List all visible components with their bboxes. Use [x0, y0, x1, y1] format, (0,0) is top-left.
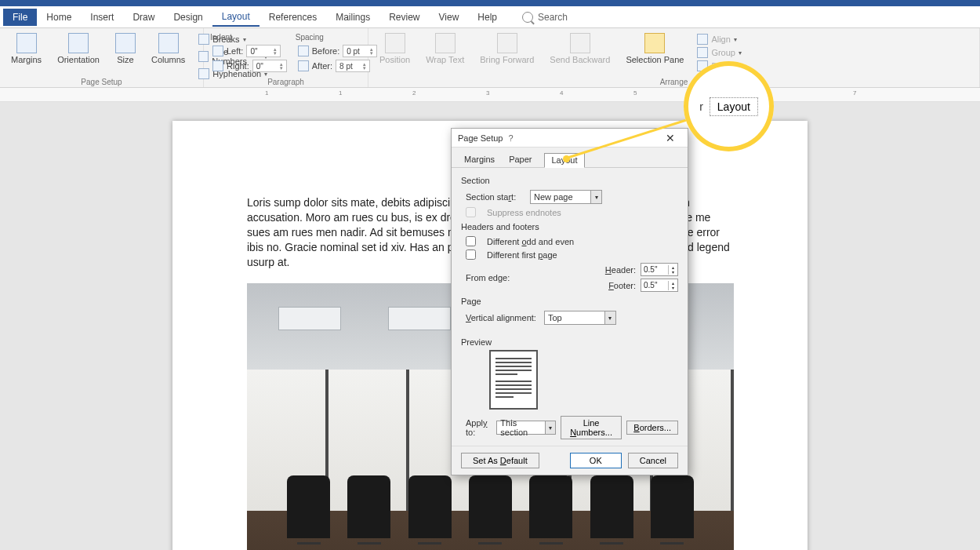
cancel-button[interactable]: Cancel [628, 453, 678, 468]
line-numbers-dialog-button[interactable]: Line Numbers... [561, 416, 622, 439]
footer-label: Footer: [608, 281, 636, 290]
section-start-value: New page [534, 192, 573, 202]
columns-icon [158, 33, 179, 53]
indent-left[interactable]: Left:0"▴▾ [210, 44, 289, 58]
spacing-after[interactable]: After:8 pt▴▾ [296, 59, 379, 73]
tab-mailings[interactable]: Mailings [326, 9, 379, 26]
position-button: Position [375, 31, 415, 66]
valign-combo[interactable]: Top▾ [544, 311, 616, 325]
spacing-before-icon [298, 46, 309, 56]
indent-left-icon [212, 46, 223, 56]
wrap-icon [435, 33, 456, 53]
callout-paper-hint: r [699, 100, 703, 113]
apply-to-combo[interactable]: This section▾ [496, 421, 555, 435]
indent-right[interactable]: Right:0"▴▾ [210, 59, 289, 73]
callout-anchor-dot [563, 155, 570, 162]
selection-pane-button[interactable]: Selection Pane [621, 31, 688, 66]
tab-paper[interactable]: Paper [507, 152, 533, 167]
tab-references[interactable]: References [260, 9, 326, 26]
tab-layout[interactable]: Layout [212, 8, 260, 27]
tab-margins[interactable]: Margins [463, 152, 496, 167]
selection-label: Selection Pane [626, 55, 684, 64]
tab-home[interactable]: Home [37, 9, 81, 26]
diff-odd-even-label: Different odd and even [487, 237, 574, 246]
tab-draw[interactable]: Draw [123, 9, 164, 26]
spacing-before[interactable]: Before:0 pt▴▾ [296, 44, 379, 58]
send-icon [570, 33, 590, 53]
headers-footers-heading: Headers and footers [461, 222, 678, 231]
section-start-combo[interactable]: New page▾ [530, 190, 602, 204]
spacing-label: Spacing [296, 33, 379, 42]
bring-icon [497, 33, 517, 53]
tab-file[interactable]: File [3, 9, 37, 26]
search-box[interactable]: Search [522, 12, 568, 23]
chevron-down-icon: ▾ [590, 191, 601, 203]
orientation-label: Orientation [57, 55, 100, 64]
menu-bar: File Home Insert Draw Design Layout Refe… [0, 6, 980, 28]
size-button[interactable]: Size [111, 31, 140, 66]
dialog-titlebar[interactable]: Page Setup ? ✕ [452, 129, 688, 148]
group-button: Group▾ [695, 46, 745, 59]
spacing-after-label: After: [312, 61, 332, 71]
group-paragraph-label: Paragraph [204, 78, 368, 86]
position-icon [385, 33, 405, 53]
bring-label: Bring Forward [480, 55, 534, 64]
group-label: Group [711, 48, 735, 57]
ok-button[interactable]: OK [570, 453, 622, 468]
borders-dialog-button[interactable]: Borders... [626, 421, 678, 435]
columns-button[interactable]: Columns [147, 31, 190, 66]
callout-layout-label: Layout [710, 97, 758, 116]
indent-label: Indent [210, 33, 289, 42]
horizontal-ruler[interactable]: 1 1 2 3 4 5 6 7 [0, 88, 980, 102]
position-label: Position [379, 55, 410, 64]
spacing-before-value[interactable]: 0 pt [347, 47, 360, 56]
footer-spinner[interactable]: 0.5"▴▾ [641, 279, 678, 292]
header-spinner[interactable]: 0.5"▴▾ [641, 263, 678, 276]
tab-help[interactable]: Help [468, 9, 506, 26]
tab-review[interactable]: Review [379, 9, 429, 26]
wrap-label: Wrap Text [426, 55, 464, 64]
page-setup-dialog: Page Setup ? ✕ Margins Paper Layout Sect… [451, 128, 688, 475]
columns-label: Columns [151, 55, 185, 64]
group-icon [697, 47, 708, 58]
align-icon [697, 34, 708, 45]
indent-right-value[interactable]: 0" [256, 62, 263, 71]
margins-icon [16, 33, 37, 53]
diff-first-page-label: Different first page [487, 250, 557, 260]
chevron-down-icon: ▾ [545, 421, 555, 434]
spacing-before-label: Before: [312, 46, 339, 56]
valign-label: Vertical alignment: [466, 313, 536, 322]
size-label: Size [117, 55, 133, 64]
header-label: Header: [605, 265, 636, 275]
from-edge-label: From edge: [466, 273, 522, 282]
preview-heading: Preview [461, 337, 678, 347]
section-start-label: Section start: [466, 192, 522, 202]
group-arrange-label: Arrange [368, 78, 979, 86]
diff-first-page-checkbox[interactable] [466, 250, 476, 260]
group-page-setup-label: Page Setup [0, 78, 203, 86]
indent-left-value[interactable]: 0" [250, 47, 257, 56]
section-heading: Section [461, 176, 678, 185]
selection-icon [644, 33, 665, 53]
apply-to-value: This section [500, 418, 542, 437]
tab-insert[interactable]: Insert [81, 9, 123, 26]
diff-odd-even-checkbox[interactable] [466, 236, 476, 246]
set-default-button[interactable]: Set As Default [461, 453, 539, 468]
size-icon [115, 33, 136, 53]
spacing-after-icon [298, 60, 309, 71]
tab-view[interactable]: View [430, 9, 469, 26]
align-label: Align [711, 35, 730, 44]
header-value: 0.5" [644, 265, 657, 274]
dialog-help-button[interactable]: ? [503, 133, 519, 143]
margins-button[interactable]: Margins [6, 31, 46, 66]
orientation-icon [68, 33, 89, 53]
send-backward-button: Send Backward [545, 31, 615, 66]
spacing-after-value[interactable]: 8 pt [339, 62, 353, 71]
page-heading: Page [461, 297, 678, 306]
tab-design[interactable]: Design [164, 9, 212, 26]
search-placeholder: Search [538, 12, 568, 23]
dialog-close-button[interactable]: ✕ [659, 132, 681, 144]
orientation-button[interactable]: Orientation [53, 31, 104, 66]
wrap-text-button: Wrap Text [421, 31, 469, 66]
indent-left-label: Left: [227, 46, 243, 56]
